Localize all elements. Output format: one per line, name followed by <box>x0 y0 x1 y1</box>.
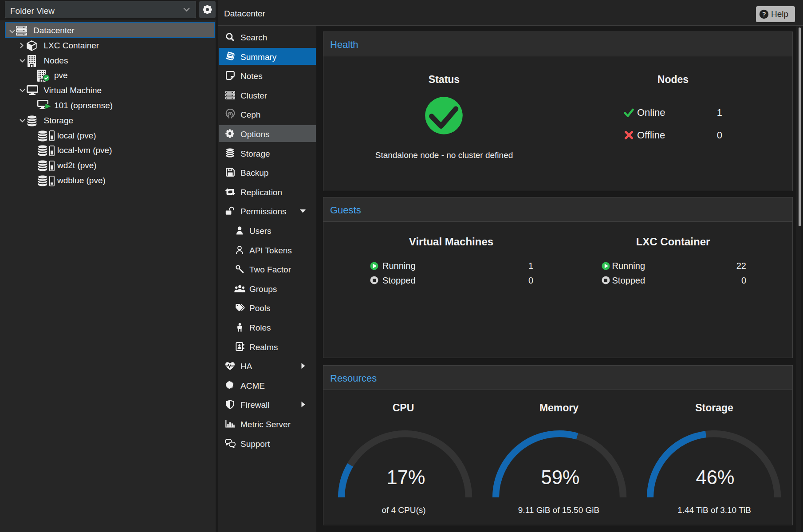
svg-text:?: ? <box>762 10 766 18</box>
